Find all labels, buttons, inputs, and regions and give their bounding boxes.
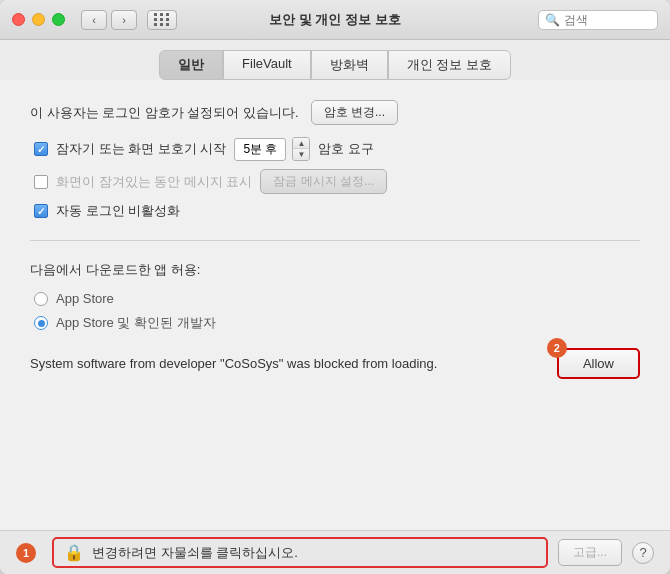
radio-app-store-dev-row: App Store 및 확인된 개발자 bbox=[30, 314, 640, 332]
auto-login-checkbox[interactable] bbox=[34, 204, 48, 218]
change-password-button[interactable]: 암호 변경... bbox=[311, 100, 398, 125]
tab-privacy[interactable]: 개인 정보 보호 bbox=[388, 50, 511, 80]
back-button[interactable]: ‹ bbox=[81, 10, 107, 30]
search-input[interactable] bbox=[564, 13, 654, 27]
download-section-label: 다음에서 다운로드한 앱 허용: bbox=[30, 261, 640, 279]
minimize-button[interactable] bbox=[32, 13, 45, 26]
screensaver-checkbox[interactable] bbox=[34, 142, 48, 156]
tab-bar: 일반 FileVault 방화벽 개인 정보 보호 bbox=[0, 40, 670, 80]
stepper-value: 5분 후 bbox=[234, 138, 286, 161]
app-store-label: App Store bbox=[56, 291, 114, 306]
help-button[interactable]: ? bbox=[632, 542, 654, 564]
lock-text: 변경하려면 자물쇠를 클릭하십시오. bbox=[92, 544, 298, 562]
search-icon: 🔍 bbox=[545, 13, 560, 27]
advanced-button: 고급... bbox=[558, 539, 622, 566]
divider bbox=[30, 240, 640, 241]
title-bar: ‹ › 보안 및 개인 정보 보호 🔍 bbox=[0, 0, 670, 40]
tab-firewall[interactable]: 방화벽 bbox=[311, 50, 388, 80]
allow-btn-wrapper: 2 Allow bbox=[557, 348, 640, 379]
allow-button[interactable]: Allow bbox=[557, 348, 640, 379]
badge-2: 2 bbox=[547, 338, 567, 358]
screensaver-row: 잠자기 또는 화면 보호기 시작 5분 후 ▲ ▼ 암호 요구 bbox=[30, 137, 640, 161]
search-box[interactable]: 🔍 bbox=[538, 10, 658, 30]
require-label: 암호 요구 bbox=[318, 140, 374, 158]
screensaver-label: 잠자기 또는 화면 보호기 시작 bbox=[56, 140, 226, 158]
show-message-row: 화면이 잠겨있는 동안 메시지 표시 잠금 메시지 설정... bbox=[30, 169, 640, 194]
block-notice: System software from developer "CoSoSys"… bbox=[30, 348, 640, 379]
stepper-down[interactable]: ▼ bbox=[293, 149, 309, 160]
window-title: 보안 및 개인 정보 보호 bbox=[269, 11, 400, 29]
main-window: ‹ › 보안 및 개인 정보 보호 🔍 일반 FileVault 방 bbox=[0, 0, 670, 574]
lock-icon: 🔒 bbox=[64, 543, 84, 562]
show-message-checkbox[interactable] bbox=[34, 175, 48, 189]
grid-icon bbox=[154, 13, 170, 26]
radio-app-store[interactable] bbox=[34, 292, 48, 306]
app-store-dev-label: App Store 및 확인된 개발자 bbox=[56, 314, 216, 332]
forward-button[interactable]: › bbox=[111, 10, 137, 30]
traffic-lights bbox=[12, 13, 65, 26]
stepper-arrows: ▲ ▼ bbox=[292, 137, 310, 161]
radio-app-store-dev[interactable] bbox=[34, 316, 48, 330]
password-row: 이 사용자는 로그인 암호가 설정되어 있습니다. 암호 변경... bbox=[30, 100, 640, 125]
stepper-up[interactable]: ▲ bbox=[293, 138, 309, 149]
stepper-container: 5분 후 ▲ ▼ bbox=[234, 137, 310, 161]
grid-button[interactable] bbox=[147, 10, 177, 30]
auto-login-label: 자동 로그인 비활성화 bbox=[56, 202, 180, 220]
maximize-button[interactable] bbox=[52, 13, 65, 26]
block-text: System software from developer "CoSoSys"… bbox=[30, 354, 537, 374]
lock-unlock-button[interactable]: 🔒 변경하려면 자물쇠를 클릭하십시오. bbox=[52, 537, 548, 568]
auto-login-row: 자동 로그인 비활성화 bbox=[30, 202, 640, 220]
password-notice: 이 사용자는 로그인 암호가 설정되어 있습니다. bbox=[30, 104, 299, 122]
badge-1: 1 bbox=[16, 543, 36, 563]
bottom-bar: 1 🔒 변경하려면 자물쇠를 클릭하십시오. 고급... ? bbox=[0, 530, 670, 574]
nav-buttons: ‹ › bbox=[81, 10, 137, 30]
show-message-label: 화면이 잠겨있는 동안 메시지 표시 bbox=[56, 173, 252, 191]
lock-message-button: 잠금 메시지 설정... bbox=[260, 169, 387, 194]
tab-filevault[interactable]: FileVault bbox=[223, 50, 311, 80]
content-area: 이 사용자는 로그인 암호가 설정되어 있습니다. 암호 변경... 잠자기 또… bbox=[0, 80, 670, 530]
close-button[interactable] bbox=[12, 13, 25, 26]
tab-general[interactable]: 일반 bbox=[159, 50, 223, 80]
radio-app-store-row: App Store bbox=[30, 291, 640, 306]
